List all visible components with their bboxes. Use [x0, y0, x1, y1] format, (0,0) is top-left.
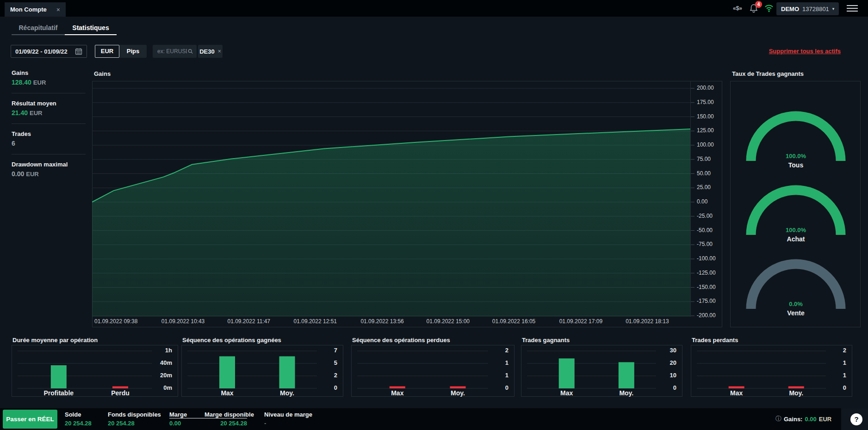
balance-stat-value: 20 254.28 — [108, 420, 159, 427]
chip-close-icon[interactable]: × — [218, 48, 221, 55]
win-rate-frame: 100.0%Tous100.0%Achat0.0%Vente — [730, 81, 861, 327]
menu-icon[interactable] — [847, 5, 858, 12]
help-section: ? — [841, 408, 868, 430]
date-range-value: 01/09/22 - 01/09/22 — [15, 48, 68, 55]
x-tick-label: 01.09.2022 18:13 — [617, 318, 677, 325]
gains-value: 0.00 — [805, 416, 816, 423]
currency-toggle-button[interactable]: EUR — [95, 45, 119, 58]
summary-value: 6 — [12, 140, 86, 147]
account-window-tab[interactable]: Mon Compte × — [5, 2, 66, 17]
mini-category-label: Perdu — [88, 389, 153, 397]
mini-tick-label: 10 — [659, 372, 676, 379]
win-rate-title: Taux de Trades gagnants — [732, 70, 804, 77]
switch-to-real-button[interactable]: Passer en RÉEL — [3, 410, 57, 429]
summary-label: Gains — [12, 69, 86, 76]
gains-label: Gains: — [784, 416, 802, 423]
search-icon — [188, 48, 193, 55]
y-tick-label: -150.00 — [697, 284, 716, 290]
mini-tick-label: 20 — [659, 359, 676, 366]
gains-chart-section: Gains 200.00175.00150.00125.00100.0075.0… — [92, 70, 722, 327]
account-selector[interactable]: DEMO 13728801 ▾ — [776, 2, 839, 15]
mini-tick-label: 1 — [491, 359, 508, 366]
close-icon[interactable]: × — [56, 6, 60, 13]
tab-title: Mon Compte — [10, 6, 47, 13]
gains-unit: EUR — [819, 416, 831, 423]
clear-all-assets-link[interactable]: Supprimer tous les actifs — [769, 48, 841, 55]
mini-tick-label: 0 — [320, 384, 337, 391]
symbol-search[interactable] — [153, 45, 197, 58]
balance-stat-label: Fonds disponibles — [108, 411, 159, 418]
unit-toggle-group: EUR Pips — [95, 45, 147, 58]
summary-item: Drawdown maximal0.00EUR — [12, 161, 86, 184]
y-tick-label: -100.00 — [697, 255, 716, 262]
gauge-vente: 0.0%Vente — [731, 258, 861, 323]
mini-chart-frame: 3020100MaxMoy. — [521, 345, 682, 397]
balance-stat-value: 20 254.28 — [65, 420, 102, 427]
summary-label: Résultat moyen — [12, 100, 86, 107]
summary-amount: 6 — [12, 140, 15, 147]
y-tick-label: -175.00 — [697, 298, 716, 304]
mini-chart-win_streak: Séquence des opérations gagnées7520MaxMo… — [181, 337, 343, 397]
symbol-search-input[interactable] — [156, 48, 188, 55]
balance-stat-2: Marge0.00 — [169, 408, 202, 430]
notification-badge: 4 — [755, 1, 762, 8]
gauge-label: Vente — [731, 309, 861, 317]
mini-chart-frame: 2110MaxMoy. — [351, 345, 515, 397]
balance-stat-4: Niveau de marge- — [264, 408, 315, 430]
x-tick-label: 01.09.2022 17:09 — [551, 318, 611, 325]
help-button[interactable]: ? — [850, 413, 862, 425]
mini-tick-label: 0 — [491, 384, 508, 391]
mini-chart-title: Trades gagnants — [522, 337, 570, 344]
bottom-status-bar: Passer en RÉEL Solde20 254.28Fonds dispo… — [0, 408, 868, 430]
summary-amount: 128.40 — [12, 79, 31, 86]
gauge-tous: 100.0%Tous — [731, 110, 861, 175]
mini-tick-label: 0 — [659, 384, 676, 391]
date-range-picker[interactable]: 01/09/22 - 01/09/22 — [11, 45, 87, 58]
summary-unit: EUR — [33, 79, 46, 86]
mini-charts-row: Durée moyenne par opération1h40m20m0mPro… — [0, 337, 868, 397]
gauge-value: 100.0% — [731, 227, 861, 233]
gains-chart-title: Gains — [94, 70, 111, 77]
mini-tick-label: 2 — [829, 347, 846, 354]
balance-stat-value: 0.00 — [169, 420, 202, 427]
mini-chart-losing_trades: Trades perdants2110MaxMoy. — [691, 337, 852, 397]
balance-stat-label: Marge — [169, 411, 202, 418]
summary-value: 0.00EUR — [12, 170, 86, 178]
session-gains: ⓘ Gains: 0.00 EUR — [775, 415, 831, 423]
mini-category-label: Max — [365, 389, 430, 397]
mini-chart-frame: 1h40m20m0mProfitablePerdu — [12, 345, 178, 397]
summary-item: Trades6 — [12, 130, 86, 154]
xstation-app: Mon Compte × «$» 4 DEMO 13728801 ▾ Récap… — [0, 0, 868, 430]
asset-chip-label: DE30 — [199, 48, 215, 55]
x-tick-label: 01.09.2022 09:38 — [86, 318, 146, 325]
deposit-icon[interactable]: «$» — [733, 0, 742, 17]
summary-value: 21.40EUR — [12, 109, 86, 117]
mini-chart-frame: 7520MaxMoy. — [181, 345, 343, 397]
y-tick-label: 175.00 — [697, 99, 714, 105]
mini-tick-label: 30 — [659, 347, 676, 354]
tab-statistiques[interactable]: Statistiques — [65, 17, 117, 35]
mini-chart-frame: 2110MaxMoy. — [691, 345, 852, 397]
mini-chart-title: Séquence des opérations gagnées — [182, 337, 281, 344]
tab-recapitulatif[interactable]: Récapitulatif — [12, 17, 65, 35]
mini-tick-label: 0 — [829, 384, 846, 391]
asset-filter-chip[interactable]: DE30 × — [198, 45, 223, 58]
y-tick-label: 50.00 — [697, 170, 711, 177]
mini-category-label: Profitable — [26, 389, 91, 397]
balance-stat-label: Solde — [65, 411, 102, 418]
balance-stat-3: Marge disponible20 254.28 — [205, 408, 247, 430]
gains-area-chart — [92, 81, 694, 317]
mini-category-label: Max — [704, 389, 769, 397]
account-number: 13728801 — [802, 6, 829, 12]
connection-status-icon — [764, 4, 774, 12]
account-type: DEMO — [781, 6, 799, 12]
pips-toggle-button[interactable]: Pips — [119, 45, 147, 58]
summary-label: Trades — [12, 130, 86, 137]
x-tick-label: 01.09.2022 12:51 — [285, 318, 345, 325]
gauge-label: Achat — [731, 235, 861, 243]
y-tick-label: 75.00 — [697, 156, 711, 162]
y-tick-label: 125.00 — [697, 127, 714, 134]
gauge-value: 0.0% — [731, 301, 861, 307]
balance-stat-value: 20 254.28 — [205, 420, 247, 427]
mini-tick-label: 5 — [320, 359, 337, 366]
